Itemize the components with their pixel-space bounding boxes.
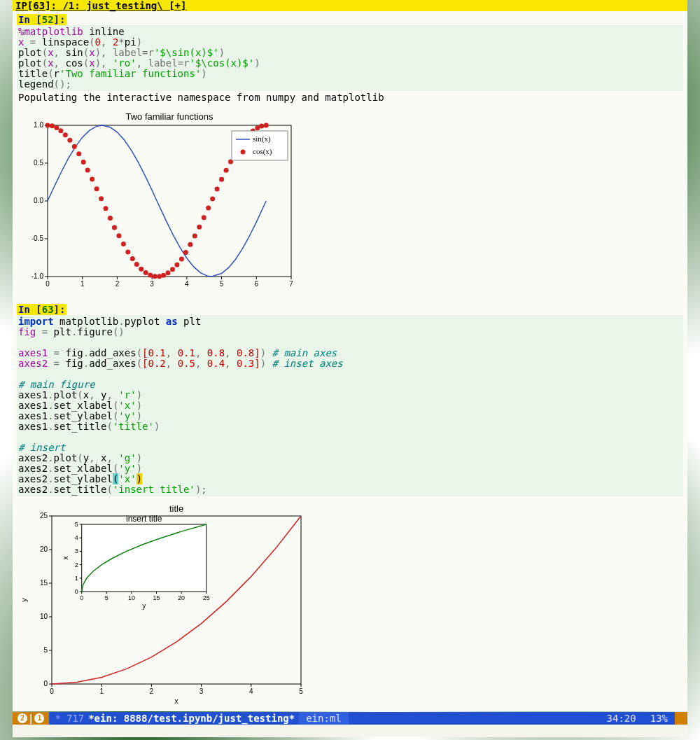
- status-star: *: [49, 712, 66, 725]
- svg-text:2: 2: [75, 561, 78, 568]
- svg-text:20: 20: [178, 594, 185, 601]
- status-left-block: 2 | 1: [13, 712, 49, 725]
- status-mode: ein:ml: [299, 712, 349, 725]
- svg-text:1: 1: [80, 280, 85, 288]
- svg-point-45: [121, 242, 126, 246]
- svg-point-51: [148, 272, 153, 277]
- svg-rect-111: [82, 524, 206, 592]
- status-bar: 2 | 1 * 717 *ein: 8888/test.ipynb/just_t…: [13, 712, 687, 725]
- in-prompt-63: In [63]:: [17, 304, 66, 315]
- svg-text:2: 2: [150, 687, 154, 695]
- svg-text:0: 0: [43, 680, 48, 687]
- code-block-63[interactable]: import matplotlib.pyplot as pltfig = plt…: [17, 315, 683, 496]
- status-position: 34:20: [600, 712, 643, 725]
- svg-text:insert title: insert title: [126, 514, 162, 524]
- svg-text:0: 0: [46, 280, 50, 288]
- svg-text:Two familiar functions: Two familiar functions: [126, 111, 214, 122]
- editor-body[interactable]: In [52]: %matplotlib inlinex = linspace(…: [13, 11, 687, 711]
- svg-text:1: 1: [99, 687, 104, 695]
- svg-point-34: [72, 144, 77, 149]
- active-tab[interactable]: IP[63]: /1: just_testing\ [+]: [15, 0, 186, 11]
- svg-text:1: 1: [75, 575, 78, 582]
- svg-point-35: [76, 151, 81, 156]
- tab-bar: IP[63]: /1: just_testing\ [+]: [13, 0, 687, 11]
- svg-point-55: [166, 270, 171, 275]
- svg-text:0: 0: [80, 594, 83, 601]
- svg-point-49: [139, 267, 144, 272]
- svg-point-46: [125, 249, 130, 254]
- svg-text:0.0: 0.0: [34, 197, 43, 204]
- svg-text:5: 5: [299, 687, 303, 695]
- chart-two-familiar-functions: Two familiar functions01234567-1.0-0.50.…: [17, 111, 683, 295]
- svg-text:20: 20: [40, 545, 48, 553]
- svg-point-61: [192, 234, 197, 239]
- svg-point-52: [153, 274, 158, 279]
- svg-point-57: [174, 263, 179, 267]
- svg-point-77: [264, 123, 269, 128]
- chart-title-inset: title012345x0510152025yinsert title05101…: [17, 503, 683, 708]
- svg-point-64: [206, 206, 211, 211]
- svg-point-47: [130, 256, 135, 261]
- svg-point-36: [81, 160, 86, 165]
- svg-text:4: 4: [249, 687, 253, 695]
- svg-point-38: [90, 177, 94, 182]
- svg-text:5: 5: [43, 646, 48, 654]
- svg-point-29: [50, 123, 55, 128]
- svg-text:3: 3: [75, 547, 78, 554]
- svg-text:title: title: [169, 503, 183, 514]
- svg-point-81: [241, 150, 246, 155]
- status-percent: 13%: [643, 712, 675, 725]
- status-end-block: [675, 712, 687, 725]
- cell-63: In [63]: import matplotlib.pyplot as plt…: [17, 304, 683, 708]
- minibuffer[interactable]: [13, 725, 687, 737]
- svg-text:0.5: 0.5: [34, 159, 43, 167]
- code-block-52[interactable]: %matplotlib inlinex = linspace(0, 2*pi)p…: [17, 25, 683, 91]
- svg-text:25: 25: [203, 594, 210, 601]
- svg-point-59: [183, 250, 188, 255]
- svg-point-68: [224, 168, 229, 173]
- svg-text:10: 10: [128, 594, 135, 601]
- svg-point-48: [134, 262, 139, 267]
- status-number: 717: [66, 712, 88, 725]
- svg-text:6: 6: [255, 280, 259, 288]
- svg-text:5: 5: [105, 594, 108, 601]
- svg-point-39: [94, 186, 99, 191]
- svg-point-37: [85, 167, 90, 172]
- svg-text:3: 3: [200, 687, 204, 695]
- svg-point-65: [210, 196, 215, 201]
- svg-text:4: 4: [75, 534, 78, 541]
- svg-text:x: x: [62, 557, 69, 560]
- svg-text:4: 4: [185, 280, 189, 288]
- svg-text:sin(x): sin(x): [253, 134, 271, 144]
- svg-point-40: [99, 196, 104, 201]
- svg-point-58: [179, 256, 184, 261]
- svg-point-32: [63, 132, 68, 137]
- status-badge-2-icon: 1: [34, 713, 44, 723]
- svg-point-43: [112, 225, 117, 230]
- svg-text:-0.5: -0.5: [31, 235, 44, 242]
- svg-text:15: 15: [153, 594, 160, 601]
- svg-point-28: [46, 123, 50, 128]
- status-badge-1-icon: 2: [18, 713, 27, 723]
- output-text-52: Populating the interactive namespace fro…: [17, 91, 683, 104]
- svg-text:y: y: [142, 602, 146, 610]
- svg-point-63: [202, 215, 206, 220]
- svg-text:-1.0: -1.0: [31, 272, 44, 280]
- svg-text:10: 10: [40, 613, 48, 620]
- svg-point-62: [197, 225, 202, 230]
- svg-text:7: 7: [289, 280, 293, 288]
- svg-point-53: [157, 274, 162, 279]
- svg-text:1.0: 1.0: [34, 121, 43, 129]
- svg-text:5: 5: [75, 521, 78, 528]
- svg-point-56: [170, 267, 175, 272]
- svg-point-60: [188, 242, 192, 247]
- svg-text:cos(x): cos(x): [253, 147, 272, 156]
- cell-52: In [52]: %matplotlib inlinex = linspace(…: [17, 14, 683, 295]
- svg-point-44: [116, 233, 121, 238]
- svg-text:y: y: [20, 598, 28, 602]
- svg-point-54: [161, 273, 166, 278]
- svg-point-67: [219, 177, 224, 182]
- svg-point-31: [58, 128, 63, 133]
- in-prompt-52: In [52]:: [17, 14, 66, 25]
- svg-point-76: [259, 123, 264, 128]
